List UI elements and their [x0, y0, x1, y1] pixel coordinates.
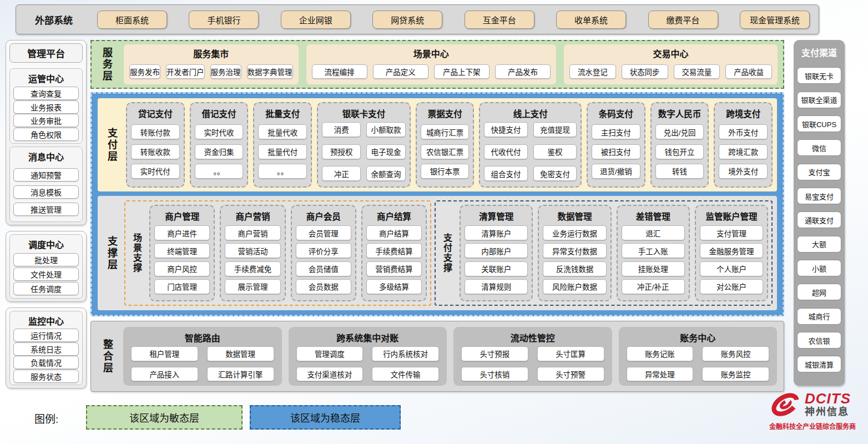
payment-channel-item: 大额: [797, 236, 841, 253]
support-item: 商户风控: [154, 261, 210, 276]
support-item: 会员管理: [296, 225, 351, 240]
ops-center-group: 运管中心 查询查复业务报表业务审批角色权限: [9, 68, 83, 144]
service-market-item: 服务发布: [129, 64, 160, 79]
message-center-group: 消息中心 通知预警消息模板推送管理: [9, 147, 83, 222]
external-system-box: 网贷系统: [372, 11, 442, 29]
ops-center-item: 角色权限: [13, 128, 79, 141]
dcits-company-name: 神州信息: [805, 406, 851, 418]
external-systems-list: 柜面系统手机银行企业网银网贷系统互金平台收单系统缴费平台现金管理系统: [97, 11, 810, 29]
service-market-title: 服务集市: [129, 46, 293, 62]
payment-channels-title: 支付渠道: [797, 44, 841, 60]
support-item: 关联账户: [465, 261, 528, 276]
support-item: 商户结算: [366, 225, 422, 240]
message-center-item: 通知预警: [13, 168, 79, 181]
integration-item: 头寸预报: [461, 346, 528, 361]
payment-channel-item: 支付宝: [797, 164, 841, 180]
monitor-center-item: 运行情况: [13, 329, 79, 342]
support-item: 终端管理: [154, 243, 210, 258]
support-item: 手续费结算: [366, 243, 422, 258]
external-system-box: 收单系统: [556, 11, 626, 29]
support-item: 风险账户数据: [543, 279, 606, 294]
payment-channel-item: 超网: [797, 284, 841, 300]
payment-item: 余额查询: [366, 166, 405, 181]
schedule-center-panel: 调度中心 批处理文件处理任务调度: [6, 231, 87, 302]
digital-rmb-title: 数字人民币: [655, 105, 704, 120]
support-item: 营销活动: [225, 243, 280, 258]
merchant-marketing-title: 商户营销: [225, 208, 280, 223]
message-center-item: 推送管理: [13, 203, 79, 216]
integration-item: 账务风控: [702, 346, 769, 361]
clearing-mgmt-column: 清算管理 清算账户内部账户关联账户清算规则: [460, 205, 533, 301]
dcits-swirl-icon: [769, 389, 801, 421]
payment-item: 银行本票: [421, 164, 470, 179]
monitor-center-group: 监控中心 运行情况系统日志负载情况服务状态: [9, 311, 83, 385]
online-payment-column: 线上支付 快捷支付充值提现代收代付鉴权组合支付免密支付: [479, 102, 582, 188]
liquidity-control-title: 流动性管控: [461, 329, 604, 346]
support-item: 冲正/补正: [622, 279, 685, 294]
support-item: 商户营销: [225, 225, 280, 240]
batch-payment-title: 批量支付: [258, 105, 307, 120]
payment-channel-item: 银联全渠道: [797, 92, 841, 108]
credit-payment-title: 贷记支付: [131, 105, 180, 120]
integration-item: 账务记账: [627, 346, 694, 361]
message-center-title: 消息中心: [13, 149, 79, 164]
message-center-item: 消息模板: [13, 185, 79, 199]
support-item: 支付管理: [700, 225, 763, 240]
payment-item: 转账收款: [131, 144, 180, 159]
scene-center-item: 产品上下架: [434, 64, 489, 79]
legend-agile-layer: 该区域为敏态层: [86, 405, 243, 430]
external-system-box: 企业网银: [281, 11, 351, 29]
payment-item: 代收代付: [484, 144, 527, 159]
regulatory-account-column: 监管账户管理 支付管理金融服务管理个人账户对公账户: [695, 205, 768, 301]
digital-rmb-column: 数字人民币 兑出/兑回钱包开立转钱: [650, 102, 709, 188]
payment-item: 实时代收: [195, 124, 244, 139]
payment-item: 外币支付: [719, 124, 768, 139]
support-item: 评价分享: [296, 243, 351, 258]
service-market-item: 数据字典管理: [247, 64, 293, 79]
support-item: 手续费减免: [225, 261, 280, 276]
schedule-center-item: 任务调度: [13, 282, 79, 295]
payment-channel-item: 农信银: [797, 332, 841, 349]
payment-item: 农信银汇票: [421, 144, 470, 159]
external-systems-bar: 外部系统 柜面系统手机银行企业网银网贷系统互金平台收单系统缴费平台现金管理系统: [16, 4, 819, 34]
support-item: 对公账户: [700, 279, 763, 294]
scene-center-item: 产品定义: [373, 64, 428, 79]
support-item: 商户进件: [154, 225, 210, 240]
monitor-center-item: 负载情况: [13, 356, 79, 369]
external-system-box: 互金平台: [465, 11, 534, 29]
payment-item: 钱包开立: [655, 144, 704, 159]
monitor-center-item: 系统日志: [13, 342, 79, 356]
support-item: 反洗钱数据: [543, 261, 606, 276]
data-mgmt-title: 数据管理: [543, 208, 606, 223]
support-item: 内部账户: [465, 243, 528, 258]
integration-item: 数据管理: [207, 346, 274, 361]
integration-item: 支付渠道核对: [296, 367, 364, 382]
error-mgmt-column: 差错管理 退汇手工入账挂账处理冲正/补正: [617, 205, 690, 301]
payment-item: 被扫支付: [592, 144, 640, 159]
external-system-box: 手机银行: [189, 11, 259, 29]
cross-border-title: 跨境支付: [719, 105, 768, 120]
service-market-item: 服务治理: [210, 64, 241, 79]
payment-item: 组合支付: [484, 166, 527, 181]
payment-channel-item: 小额: [797, 260, 841, 276]
integration-item: 产品接入: [131, 367, 198, 382]
merchant-member-column: 商户会员 会员管理评价分享会员储值会员数据: [291, 205, 356, 301]
payment-item: 鉴权: [533, 144, 577, 159]
merchant-settlement-title: 商户结算: [366, 208, 422, 223]
payment-channel-item: 通联支付: [797, 211, 841, 228]
batch-payment-column: 批量支付 批量代收批量代付。。: [253, 102, 312, 188]
cross-border-column: 跨境支付 外币支付跨境汇款境外支付: [714, 102, 773, 188]
merchant-member-title: 商户会员: [296, 208, 351, 223]
support-item: 挂账处理: [622, 261, 685, 276]
unionpay-card-title: 银联卡支付: [322, 105, 406, 120]
cross-system-recon-section: 跨系统集中对账 管理调度行内系统核对支付渠道核对文件传输: [289, 327, 447, 386]
ops-center-item: 查询查复: [13, 87, 79, 100]
support-item: 门店管理: [154, 279, 210, 294]
support-layer-label: 支撑层: [102, 200, 121, 306]
service-layer-label: 服务层: [97, 44, 116, 84]
payment-item: 转账付款: [131, 124, 180, 139]
accounting-center-section: 账务中心 账务记账账务风控异常处理账务监控: [619, 327, 778, 386]
payment-channel-item: 银联无卡: [797, 67, 841, 84]
ops-center-item: 业务报表: [13, 100, 79, 114]
management-platform-title: 管理平台: [9, 43, 83, 63]
